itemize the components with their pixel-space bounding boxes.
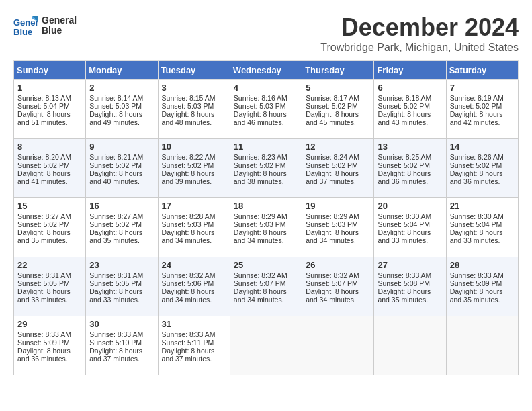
day-number: 3 bbox=[162, 83, 226, 93]
calendar-day-cell: 18 Sunrise: 8:29 AM Sunset: 5:03 PM Dayl… bbox=[230, 198, 302, 257]
day-number: 20 bbox=[378, 201, 442, 211]
day-number: 17 bbox=[162, 201, 226, 211]
day-number: 30 bbox=[89, 319, 154, 329]
day-number: 18 bbox=[234, 201, 298, 211]
calendar-day-cell: 22 Sunrise: 8:31 AM Sunset: 5:05 PM Dayl… bbox=[14, 257, 86, 316]
sunset-text: Sunset: 5:02 PM bbox=[450, 161, 502, 169]
day-number: 23 bbox=[89, 260, 154, 270]
day-number: 1 bbox=[17, 83, 82, 93]
sunset-text: Sunset: 5:02 PM bbox=[378, 102, 430, 110]
sunset-text: Sunset: 5:08 PM bbox=[378, 279, 430, 287]
page-header: General Blue General Blue December 2024 … bbox=[13, 13, 519, 54]
month-title: December 2024 bbox=[320, 13, 519, 42]
daylight-text: Daylight: 8 hours and 34 minutes. bbox=[234, 228, 287, 244]
calendar-day-cell: 17 Sunrise: 8:28 AM Sunset: 5:03 PM Dayl… bbox=[158, 198, 230, 257]
sunset-text: Sunset: 5:03 PM bbox=[234, 102, 286, 110]
day-number: 31 bbox=[162, 319, 226, 329]
day-number: 26 bbox=[306, 260, 370, 270]
calendar-body: 1 Sunrise: 8:13 AM Sunset: 5:04 PM Dayli… bbox=[14, 80, 519, 375]
daylight-text: Daylight: 8 hours and 35 minutes. bbox=[89, 228, 142, 244]
calendar-day-cell: 8 Sunrise: 8:20 AM Sunset: 5:02 PM Dayli… bbox=[14, 139, 86, 198]
weekday-header-cell: Wednesday bbox=[230, 61, 302, 80]
sunrise-text: Sunrise: 8:21 AM bbox=[89, 153, 143, 161]
weekday-header-cell: Thursday bbox=[302, 61, 374, 80]
calendar-day-cell: 25 Sunrise: 8:32 AM Sunset: 5:07 PM Dayl… bbox=[230, 257, 302, 316]
calendar-day-cell bbox=[446, 316, 518, 375]
sunrise-text: Sunrise: 8:33 AM bbox=[378, 271, 431, 279]
calendar-day-cell: 5 Sunrise: 8:17 AM Sunset: 5:02 PM Dayli… bbox=[302, 80, 374, 139]
sunset-text: Sunset: 5:09 PM bbox=[450, 279, 502, 287]
sunset-text: Sunset: 5:04 PM bbox=[17, 102, 70, 110]
daylight-text: Daylight: 8 hours and 45 minutes. bbox=[306, 110, 359, 126]
daylight-text: Daylight: 8 hours and 37 minutes. bbox=[89, 347, 142, 363]
sunrise-text: Sunrise: 8:32 AM bbox=[306, 271, 359, 279]
sunrise-text: Sunrise: 8:15 AM bbox=[162, 94, 216, 102]
daylight-text: Daylight: 8 hours and 35 minutes. bbox=[450, 287, 503, 304]
sunset-text: Sunset: 5:06 PM bbox=[162, 279, 214, 287]
sunset-text: Sunset: 5:07 PM bbox=[306, 279, 358, 287]
location-title: Trowbridge Park, Michigan, United States bbox=[320, 42, 519, 54]
calendar-day-cell: 20 Sunrise: 8:30 AM Sunset: 5:04 PM Dayl… bbox=[374, 198, 446, 257]
daylight-text: Daylight: 8 hours and 36 minutes. bbox=[17, 347, 71, 363]
day-number: 6 bbox=[378, 83, 442, 93]
sunrise-text: Sunrise: 8:19 AM bbox=[450, 94, 504, 102]
calendar-day-cell: 30 Sunrise: 8:33 AM Sunset: 5:10 PM Dayl… bbox=[86, 316, 158, 375]
day-number: 11 bbox=[234, 142, 298, 152]
sunrise-text: Sunrise: 8:31 AM bbox=[89, 271, 143, 279]
sunset-text: Sunset: 5:02 PM bbox=[378, 161, 430, 169]
calendar-day-cell: 23 Sunrise: 8:31 AM Sunset: 5:05 PM Dayl… bbox=[86, 257, 158, 316]
day-number: 7 bbox=[450, 83, 515, 93]
day-number: 29 bbox=[17, 319, 82, 329]
daylight-text: Daylight: 8 hours and 35 minutes. bbox=[378, 287, 431, 304]
daylight-text: Daylight: 8 hours and 46 minutes. bbox=[234, 110, 287, 126]
calendar-day-cell: 3 Sunrise: 8:15 AM Sunset: 5:03 PM Dayli… bbox=[158, 80, 230, 139]
calendar-day-cell: 27 Sunrise: 8:33 AM Sunset: 5:08 PM Dayl… bbox=[374, 257, 446, 316]
calendar-table: SundayMondayTuesdayWednesdayThursdayFrid… bbox=[13, 60, 519, 375]
daylight-text: Daylight: 8 hours and 51 minutes. bbox=[17, 110, 71, 126]
day-number: 14 bbox=[450, 142, 515, 152]
weekday-header-cell: Saturday bbox=[446, 61, 518, 80]
day-number: 12 bbox=[306, 142, 370, 152]
daylight-text: Daylight: 8 hours and 34 minutes. bbox=[162, 287, 215, 304]
logo-line1: General bbox=[42, 15, 77, 26]
sunrise-text: Sunrise: 8:23 AM bbox=[234, 153, 287, 161]
sunset-text: Sunset: 5:02 PM bbox=[306, 161, 358, 169]
calendar-day-cell: 7 Sunrise: 8:19 AM Sunset: 5:02 PM Dayli… bbox=[446, 80, 518, 139]
sunset-text: Sunset: 5:09 PM bbox=[17, 338, 70, 347]
sunrise-text: Sunrise: 8:13 AM bbox=[17, 94, 71, 102]
calendar-week-row: 8 Sunrise: 8:20 AM Sunset: 5:02 PM Dayli… bbox=[14, 139, 519, 198]
sunset-text: Sunset: 5:04 PM bbox=[378, 220, 430, 228]
sunset-text: Sunset: 5:02 PM bbox=[17, 220, 70, 228]
calendar-day-cell: 29 Sunrise: 8:33 AM Sunset: 5:09 PM Dayl… bbox=[14, 316, 86, 375]
sunrise-text: Sunrise: 8:14 AM bbox=[89, 94, 143, 102]
calendar-day-cell: 19 Sunrise: 8:29 AM Sunset: 5:03 PM Dayl… bbox=[302, 198, 374, 257]
sunset-text: Sunset: 5:05 PM bbox=[17, 279, 70, 287]
sunrise-text: Sunrise: 8:32 AM bbox=[162, 271, 216, 279]
daylight-text: Daylight: 8 hours and 34 minutes. bbox=[306, 287, 359, 304]
calendar-day-cell: 9 Sunrise: 8:21 AM Sunset: 5:02 PM Dayli… bbox=[86, 139, 158, 198]
day-number: 27 bbox=[378, 260, 442, 270]
day-number: 19 bbox=[306, 201, 370, 211]
calendar-day-cell: 31 Sunrise: 8:33 AM Sunset: 5:11 PM Dayl… bbox=[158, 316, 230, 375]
day-number: 22 bbox=[17, 260, 82, 270]
weekday-header-row: SundayMondayTuesdayWednesdayThursdayFrid… bbox=[14, 61, 519, 80]
title-block: December 2024 Trowbridge Park, Michigan,… bbox=[320, 13, 519, 54]
sunrise-text: Sunrise: 8:20 AM bbox=[17, 153, 71, 161]
calendar-day-cell: 21 Sunrise: 8:30 AM Sunset: 5:04 PM Dayl… bbox=[446, 198, 518, 257]
calendar-day-cell: 24 Sunrise: 8:32 AM Sunset: 5:06 PM Dayl… bbox=[158, 257, 230, 316]
sunset-text: Sunset: 5:02 PM bbox=[89, 161, 142, 169]
daylight-text: Daylight: 8 hours and 41 minutes. bbox=[17, 169, 71, 185]
sunset-text: Sunset: 5:11 PM bbox=[162, 338, 214, 347]
sunrise-text: Sunrise: 8:30 AM bbox=[378, 212, 431, 220]
day-number: 9 bbox=[89, 142, 154, 152]
daylight-text: Daylight: 8 hours and 39 minutes. bbox=[162, 169, 215, 185]
weekday-header-cell: Monday bbox=[86, 61, 158, 80]
sunset-text: Sunset: 5:02 PM bbox=[234, 161, 286, 169]
day-number: 13 bbox=[378, 142, 442, 152]
daylight-text: Daylight: 8 hours and 34 minutes. bbox=[162, 228, 215, 244]
calendar-day-cell bbox=[374, 316, 446, 375]
sunrise-text: Sunrise: 8:33 AM bbox=[17, 330, 71, 338]
calendar-week-row: 15 Sunrise: 8:27 AM Sunset: 5:02 PM Dayl… bbox=[14, 198, 519, 257]
daylight-text: Daylight: 8 hours and 37 minutes. bbox=[162, 347, 215, 363]
sunrise-text: Sunrise: 8:16 AM bbox=[234, 94, 287, 102]
